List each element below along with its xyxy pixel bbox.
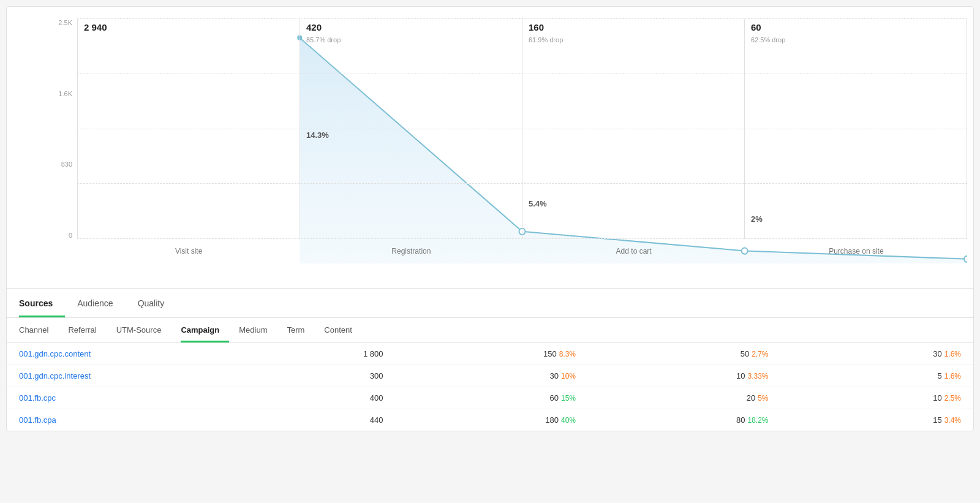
- y-label-830: 830: [43, 161, 77, 168]
- x-labels: Visit site Registration Add to cart Purc…: [77, 239, 967, 263]
- y-label-0: 0: [43, 232, 77, 239]
- table-row: 001.gdn.cpc.interest 300 3010% 103.33% 5…: [7, 365, 973, 387]
- x-label-visit: Visit site: [77, 239, 300, 263]
- tab-audience[interactable]: Audience: [77, 289, 125, 317]
- x-label-cart: Add to cart: [522, 239, 745, 263]
- y-label-2500: 2.5K: [43, 19, 77, 26]
- stage-purchase-pct: 2%: [751, 214, 763, 224]
- y-axis: 0 830 1.6K 2.5K: [43, 19, 77, 239]
- row-v2: 6015%: [396, 387, 589, 409]
- subtab-medium[interactable]: Medium: [239, 318, 277, 342]
- funnel-chart: 0 830 1.6K 2.5K: [7, 7, 973, 289]
- subtab-referral[interactable]: Referral: [68, 318, 106, 342]
- row-empty1: [141, 365, 203, 387]
- table-row: 001.fb.cpa 440 18040% 8018.2% 153.4%: [7, 409, 973, 431]
- row-v3: 205%: [588, 387, 781, 409]
- sub-tabs: Channel Referral UTM-Source Campaign Med…: [7, 318, 973, 343]
- row-name[interactable]: 001.fb.cpa: [7, 409, 141, 431]
- stage-reg-drop: 85.7% drop: [306, 36, 341, 43]
- stage-add-to-cart: 160 61.9% drop 5.4%: [522, 19, 744, 239]
- table-row: 001.gdn.cpc.content 1 800 1508.3% 502.7%…: [7, 343, 973, 365]
- row-name[interactable]: 001.gdn.cpc.content: [7, 343, 141, 365]
- row-v3: 103.33%: [588, 365, 781, 387]
- stage-visit-value: 2 940: [84, 22, 107, 32]
- stage-purchase: 60 62.5% drop 2%: [744, 19, 967, 239]
- tab-sources[interactable]: Sources: [19, 289, 65, 317]
- row-v1: 300: [203, 365, 396, 387]
- row-v1: 440: [203, 409, 396, 431]
- y-label-1600: 1.6K: [43, 90, 77, 97]
- data-table: 001.gdn.cpc.content 1 800 1508.3% 502.7%…: [7, 343, 973, 431]
- row-name[interactable]: 001.gdn.cpc.interest: [7, 365, 141, 387]
- stage-cart-pct: 5.4%: [529, 199, 547, 208]
- stage-purchase-value: 60: [751, 22, 761, 32]
- row-v1: 400: [203, 387, 396, 409]
- row-name[interactable]: 001.fb.cpc: [7, 387, 141, 409]
- row-v4: 51.6%: [781, 365, 974, 387]
- table-row: 001.fb.cpc 400 6015% 205% 102.5%: [7, 387, 973, 409]
- row-empty1: [141, 387, 203, 409]
- stage-cart-drop: 61.9% drop: [529, 36, 563, 43]
- row-v4: 102.5%: [781, 387, 974, 409]
- subtab-term[interactable]: Term: [287, 318, 314, 342]
- row-v2: 18040%: [396, 409, 589, 431]
- stage-cart-value: 160: [529, 22, 544, 32]
- row-empty1: [141, 409, 203, 431]
- stage-reg-value: 420: [306, 22, 322, 32]
- row-v1: 1 800: [203, 343, 396, 365]
- stage-visit-site: 2 940: [77, 19, 300, 239]
- subtab-channel[interactable]: Channel: [19, 318, 58, 342]
- row-v3: 502.7%: [588, 343, 781, 365]
- tab-quality[interactable]: Quality: [138, 289, 177, 317]
- main-tabs: Sources Audience Quality: [7, 289, 973, 318]
- stage-reg-pct: 14.3%: [306, 130, 329, 140]
- subtab-campaign[interactable]: Campaign: [181, 318, 229, 342]
- row-v3: 8018.2%: [588, 409, 781, 431]
- subtab-content[interactable]: Content: [324, 318, 362, 342]
- x-label-registration: Registration: [300, 239, 522, 263]
- row-v4: 153.4%: [781, 409, 974, 431]
- row-v2: 3010%: [396, 365, 589, 387]
- row-v4: 301.6%: [781, 343, 974, 365]
- stage-purchase-drop: 62.5% drop: [751, 36, 785, 43]
- stages: 2 940 420 85.7% drop 14.3% 160 61.9% dro…: [77, 19, 967, 239]
- x-label-purchase: Purchase on site: [745, 239, 967, 263]
- row-v2: 1508.3%: [396, 343, 589, 365]
- subtab-utm-source[interactable]: UTM-Source: [116, 318, 172, 342]
- row-empty1: [141, 343, 203, 365]
- stage-registration: 420 85.7% drop 14.3%: [300, 19, 522, 239]
